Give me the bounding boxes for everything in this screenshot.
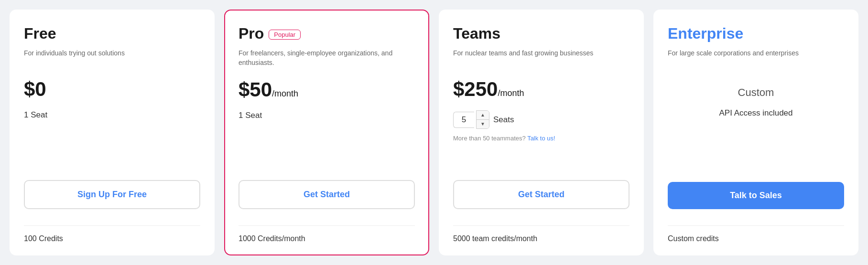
seats-stepper-up[interactable]: ▲	[477, 111, 489, 120]
plan-free-seats: 1 Seat	[24, 110, 200, 120]
seats-stepper[interactable]: 5 ▲ ▼	[453, 110, 489, 129]
plan-teams-price-period: /month	[498, 88, 524, 98]
plan-teams-seats-row: 5 ▲ ▼ Seats	[453, 110, 629, 129]
plan-enterprise-subtitle: For large scale corporations and enterpr…	[668, 48, 844, 67]
plan-pro-price-amount: $50	[239, 78, 272, 101]
plan-teams-cta-button[interactable]: Get Started	[453, 180, 629, 209]
plan-enterprise-credits: Custom credits	[668, 234, 844, 243]
plan-teams-seats-label: Seats	[493, 115, 514, 125]
plan-pro-subtitle: For freelancers, single-employee organiz…	[239, 48, 415, 68]
seats-stepper-arrows: ▲ ▼	[476, 110, 489, 129]
plan-free-cta-button[interactable]: Sign Up For Free	[24, 180, 200, 209]
plan-teams-talk-link[interactable]: Talk to us!	[527, 135, 555, 142]
pricing-grid: Free For individuals trying out solution…	[10, 10, 858, 255]
plan-free-subtitle: For individuals trying out solutions	[24, 48, 200, 67]
seats-stepper-down[interactable]: ▼	[477, 120, 489, 128]
plan-teams-price-amount: $250	[453, 78, 498, 100]
plan-teams: Teams For nuclear teams and fast growing…	[439, 10, 644, 255]
plan-teams-title: Teams	[453, 25, 500, 42]
plan-free-divider	[24, 225, 200, 226]
plan-pro: Pro Popular For freelancers, single-empl…	[224, 10, 429, 255]
plan-pro-cta-button[interactable]: Get Started	[239, 180, 415, 209]
plan-pro-popular-badge: Popular	[269, 30, 301, 40]
plan-teams-title-row: Teams	[453, 25, 629, 45]
plan-enterprise: Enterprise For large scale corporations …	[653, 10, 858, 255]
plan-pro-divider	[239, 225, 415, 226]
plan-free-price-amount: $0	[24, 78, 46, 100]
plan-enterprise-api-access: API Access included	[668, 104, 844, 123]
plan-enterprise-custom-price: Custom	[668, 78, 844, 104]
plan-pro-price-period: /month	[272, 89, 298, 98]
plan-free-price: $0	[24, 78, 200, 101]
plan-teams-more-seats-text: More than 50 teammates?	[453, 135, 526, 142]
plan-enterprise-divider	[668, 225, 844, 226]
plan-free-credits: 100 Credits	[24, 234, 200, 243]
plan-pro-credits: 1000 Credits/month	[239, 234, 415, 243]
plan-pro-title: Pro	[239, 25, 264, 42]
plan-free: Free For individuals trying out solution…	[10, 10, 215, 255]
plan-free-title: Free	[24, 25, 56, 42]
plan-pro-title-row: Pro Popular	[239, 25, 415, 45]
plan-teams-credits: 5000 team credits/month	[453, 234, 629, 243]
plan-pro-price: $50/month	[239, 78, 415, 101]
plan-teams-price: $250/month	[453, 78, 629, 101]
plan-free-title-row: Free	[24, 25, 200, 45]
plan-pro-seats: 1 Seat	[239, 111, 415, 120]
plan-enterprise-title: Enterprise	[668, 25, 743, 42]
plan-enterprise-title-row: Enterprise	[668, 25, 844, 45]
seats-stepper-value: 5	[453, 112, 474, 128]
plan-teams-subtitle: For nuclear teams and fast growing busin…	[453, 48, 629, 67]
plan-teams-divider	[453, 225, 629, 226]
plan-teams-more-seats: More than 50 teammates? Talk to us!	[453, 135, 629, 142]
plan-enterprise-cta-button[interactable]: Talk to Sales	[668, 182, 844, 209]
